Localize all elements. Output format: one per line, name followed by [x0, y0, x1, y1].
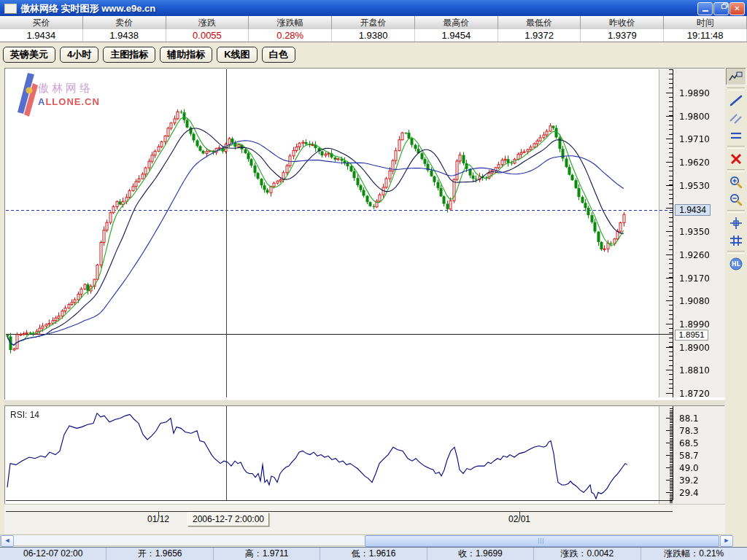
quote-value-high: 1.9454: [415, 29, 498, 42]
quote-value-change-pct: 0.28%: [249, 29, 332, 42]
zoom-out-icon[interactable]: [727, 192, 746, 208]
svg-text:HL: HL: [732, 261, 740, 268]
minimize-button[interactable]: [697, 2, 713, 15]
time-axis-label: 02/01: [501, 514, 538, 524]
scroll-right-button[interactable]: ►: [720, 535, 733, 547]
window-title: 傲林网络 实时图形 www.e9e.cn: [20, 2, 155, 15]
quote-header-open: 开盘价: [332, 16, 415, 29]
crosshair-icon[interactable]: [727, 215, 746, 231]
time-axis-line: [6, 511, 673, 512]
quote-header-row: 买价 卖价 涨跌 涨跌幅 开盘价 最高价 最低价 昨收价 时间: [0, 16, 747, 30]
rsi-indicator-label: RSI: 14: [10, 410, 39, 420]
logo-domain-text: ALLONE.CN: [38, 96, 100, 107]
quote-header-time: 时间: [664, 16, 747, 29]
current-price-label: 1.9434: [675, 204, 711, 216]
chart-toolbar: 英镑美元 4小时 主图指标 辅助指标 K线图 白色: [0, 42, 747, 66]
toolbar-separator: [727, 210, 745, 213]
grid-icon[interactable]: [727, 233, 746, 249]
status-high: 高：1.9711: [214, 548, 320, 560]
quote-header-change: 涨跌: [166, 16, 249, 29]
toolbar-separator: [727, 146, 745, 149]
scrollbar-thumb[interactable]: [365, 535, 719, 547]
restore-button[interactable]: [713, 2, 729, 15]
horizontal-line-price-label: 1.8951: [675, 330, 708, 341]
quote-header-prev-close: 昨收价: [581, 16, 664, 29]
timeframe-button[interactable]: 4小时: [60, 47, 98, 63]
status-change-pct: 涨跌幅：0.21%: [641, 548, 747, 560]
quote-value-row: 1.9434 1.9438 0.0055 0.28% 1.9380 1.9454…: [0, 29, 747, 42]
chart-mode-icon[interactable]: [726, 68, 746, 85]
status-close: 收：1.9699: [427, 548, 534, 560]
toolbar-separator: [727, 169, 745, 172]
quote-header-buy: 买价: [0, 16, 83, 29]
trendline-icon[interactable]: [727, 93, 746, 109]
main-indicator-button[interactable]: 主图指标: [103, 47, 155, 63]
quote-value-change: 0.0055: [166, 29, 249, 42]
drawing-tools-sidebar: HL: [725, 66, 747, 533]
status-candle-datetime: 06-12-07 02:00: [0, 548, 107, 560]
double-hline-icon[interactable]: [727, 128, 746, 144]
toolbar-separator: [727, 251, 745, 254]
high-low-icon[interactable]: HL: [727, 256, 746, 272]
symbol-button[interactable]: 英镑美元: [3, 47, 55, 63]
color-scheme-button[interactable]: 白色: [262, 47, 295, 63]
quote-value-buy: 1.9434: [0, 29, 83, 42]
zoom-in-icon[interactable]: [727, 174, 746, 190]
quote-value-time: 19:11:48: [664, 29, 747, 42]
quote-value-open: 1.9380: [332, 29, 415, 42]
status-low: 低：1.9616: [320, 548, 427, 560]
crosshair-date-label: 2006-12-7 2:00:00: [187, 513, 269, 526]
quote-header-low: 最低价: [498, 16, 581, 29]
title-bar: 傲林网络 实时图形 www.e9e.cn ✕: [0, 0, 747, 17]
status-open: 开：1.9656: [107, 548, 213, 560]
scrollbar-grip-icon: [538, 538, 545, 544]
time-axis-label: 01/12: [140, 514, 177, 524]
quote-header-change-pct: 涨跌幅: [249, 16, 332, 29]
scroll-left-button[interactable]: ◄: [1, 535, 14, 547]
time-axis-area: 01/12 02/01 2006-12-7 2:00:00: [4, 504, 725, 534]
logo-company-text: 傲林网络: [38, 82, 93, 96]
window-icon: [4, 4, 17, 14]
quote-header-high: 最高价: [415, 16, 498, 29]
parallel-lines-icon[interactable]: [727, 110, 746, 126]
status-bar: 06-12-07 02:00 开：1.9656 高：1.9711 低：1.961…: [0, 547, 747, 560]
chart-type-button[interactable]: K线图: [217, 47, 257, 63]
delete-icon[interactable]: [727, 151, 746, 167]
sub-indicator-button[interactable]: 辅助指标: [160, 47, 212, 63]
close-button[interactable]: ✕: [729, 2, 745, 15]
quote-value-sell: 1.9438: [83, 29, 166, 42]
rsi-chart-canvas[interactable]: [6, 406, 725, 504]
quote-value-low: 1.9372: [498, 29, 581, 42]
quote-header-sell: 卖价: [83, 16, 166, 29]
status-change: 涨跌：0.0042: [534, 548, 640, 560]
candlestick-chart-canvas[interactable]: [6, 69, 725, 397]
toolbar-separator: [727, 88, 745, 90]
quote-value-prev-close: 1.9379: [581, 29, 664, 42]
